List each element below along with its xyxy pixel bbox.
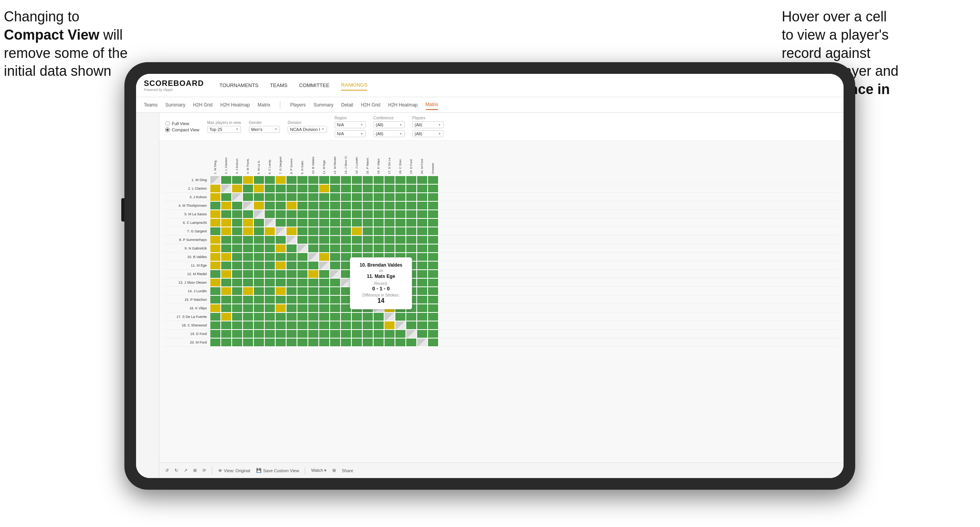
matrix-cell[interactable]: [210, 210, 221, 218]
matrix-cell[interactable]: [275, 278, 286, 287]
matrix-cell[interactable]: [351, 321, 362, 330]
matrix-cell[interactable]: [373, 193, 384, 201]
tab-h2h-heatmap-g1[interactable]: H2H Heatmap: [220, 100, 250, 110]
matrix-cell[interactable]: [243, 244, 253, 253]
matrix-cell[interactable]: [297, 287, 308, 295]
matrix-cell[interactable]: [395, 244, 406, 253]
matrix-cell[interactable]: [264, 176, 275, 184]
matrix-cell[interactable]: [384, 184, 395, 193]
matrix-cell[interactable]: [275, 236, 286, 244]
matrix-cell[interactable]: [308, 270, 319, 278]
nav-tournaments[interactable]: TOURNAMENTS: [219, 80, 258, 90]
matrix-cell[interactable]: [308, 193, 319, 201]
matrix-cell[interactable]: [243, 278, 253, 287]
matrix-cell[interactable]: [221, 201, 232, 210]
matrix-cell[interactable]: [221, 193, 232, 201]
save-custom-button[interactable]: 💾 Save Custom View: [256, 468, 299, 473]
matrix-cell[interactable]: [428, 278, 438, 287]
matrix-cell[interactable]: [428, 227, 438, 236]
matrix-cell[interactable]: [362, 312, 373, 321]
matrix-cell[interactable]: [341, 236, 351, 244]
matrix-cell[interactable]: [417, 176, 428, 184]
matrix-cell[interactable]: [308, 218, 319, 227]
nav-rankings[interactable]: RANKINGS: [341, 80, 367, 91]
matrix-cell[interactable]: [221, 270, 232, 278]
matrix-cell[interactable]: [210, 253, 221, 261]
matrix-cell[interactable]: [253, 184, 264, 193]
matrix-cell[interactable]: [286, 244, 297, 253]
matrix-cell[interactable]: [308, 330, 319, 338]
matrix-cell[interactable]: [341, 330, 351, 338]
matrix-cell[interactable]: [362, 236, 373, 244]
matrix-cell[interactable]: [406, 236, 417, 244]
matrix-cell[interactable]: [210, 201, 221, 210]
matrix-cell[interactable]: [406, 218, 417, 227]
matrix-cell[interactable]: [275, 176, 286, 184]
matrix-cell[interactable]: [341, 184, 351, 193]
matrix-cell[interactable]: [210, 287, 221, 295]
region-select1[interactable]: N/A ▼: [335, 121, 366, 128]
matrix-cell[interactable]: [253, 253, 264, 261]
matrix-cell[interactable]: [373, 176, 384, 184]
matrix-cell[interactable]: [275, 304, 286, 312]
matrix-cell[interactable]: [275, 321, 286, 330]
matrix-cell[interactable]: [308, 253, 319, 261]
matrix-cell[interactable]: [264, 287, 275, 295]
matrix-cell[interactable]: [330, 244, 341, 253]
players-select1[interactable]: (All) ▼: [412, 121, 444, 128]
matrix-cell[interactable]: [232, 227, 243, 236]
matrix-cell[interactable]: [428, 184, 438, 193]
matrix-cell[interactable]: [395, 176, 406, 184]
matrix-cell[interactable]: [319, 244, 330, 253]
matrix-cell[interactable]: [330, 287, 341, 295]
matrix-cell[interactable]: [362, 330, 373, 338]
matrix-cell[interactable]: [319, 321, 330, 330]
tab-matrix-g1[interactable]: Matrix: [258, 100, 271, 110]
matrix-cell[interactable]: [417, 227, 428, 236]
matrix-cell[interactable]: [308, 210, 319, 218]
matrix-cell[interactable]: [264, 210, 275, 218]
matrix-cell[interactable]: [362, 210, 373, 218]
matrix-cell[interactable]: [406, 184, 417, 193]
matrix-cell[interactable]: [264, 330, 275, 338]
matrix-cell[interactable]: [373, 338, 384, 347]
matrix-cell[interactable]: [286, 184, 297, 193]
matrix-cell[interactable]: [417, 261, 428, 270]
matrix-cell[interactable]: [297, 176, 308, 184]
matrix-cell[interactable]: [264, 201, 275, 210]
matrix-cell[interactable]: [275, 287, 286, 295]
matrix-cell[interactable]: [417, 236, 428, 244]
matrix-cell[interactable]: [384, 210, 395, 218]
matrix-cell[interactable]: [297, 253, 308, 261]
matrix-cell[interactable]: [351, 312, 362, 321]
matrix-cell[interactable]: [210, 218, 221, 227]
matrix-cell[interactable]: [373, 218, 384, 227]
matrix-cell[interactable]: [210, 338, 221, 347]
gender-select[interactable]: Men's ▼: [249, 126, 280, 133]
matrix-cell[interactable]: [395, 184, 406, 193]
matrix-cell[interactable]: [286, 278, 297, 287]
matrix-cell[interactable]: [351, 330, 362, 338]
matrix-cell[interactable]: [330, 321, 341, 330]
matrix-cell[interactable]: [341, 218, 351, 227]
matrix-cell[interactable]: [428, 330, 438, 338]
matrix-cell[interactable]: [286, 236, 297, 244]
matrix-cell[interactable]: [351, 244, 362, 253]
region-select2[interactable]: N/A ▼: [335, 130, 366, 137]
matrix-cell[interactable]: [330, 295, 341, 304]
tab-h2h-heatmap-g2[interactable]: H2H Heatmap: [388, 100, 418, 110]
matrix-cell[interactable]: [384, 218, 395, 227]
matrix-cell[interactable]: [221, 321, 232, 330]
matrix-cell[interactable]: [232, 278, 243, 287]
matrix-cell[interactable]: [253, 244, 264, 253]
matrix-cell[interactable]: [264, 244, 275, 253]
matrix-cell[interactable]: [297, 304, 308, 312]
matrix-cell[interactable]: [286, 218, 297, 227]
matrix-cell[interactable]: [341, 210, 351, 218]
matrix-cell[interactable]: [362, 176, 373, 184]
matrix-cell[interactable]: [221, 295, 232, 304]
matrix-cell[interactable]: [210, 261, 221, 270]
matrix-cell[interactable]: [232, 304, 243, 312]
matrix-cell[interactable]: [210, 312, 221, 321]
matrix-cell[interactable]: [428, 253, 438, 261]
